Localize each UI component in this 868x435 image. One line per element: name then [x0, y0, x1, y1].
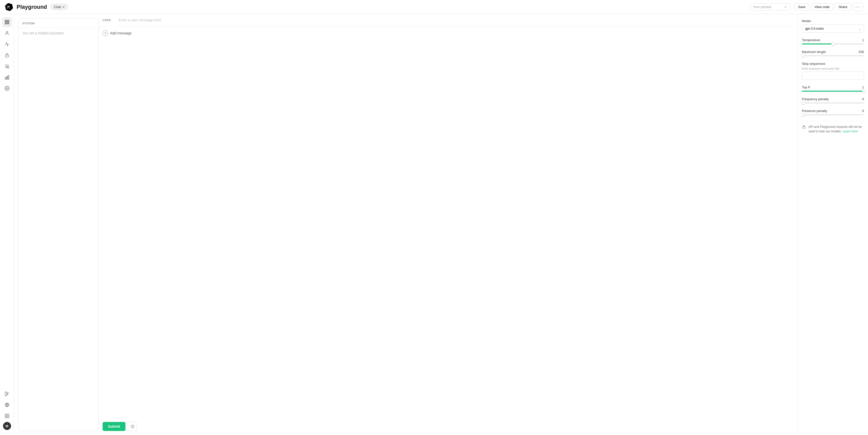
- temperature-label: Temperature: [802, 38, 820, 42]
- top-p-label: Top P: [802, 86, 810, 89]
- svg-rect-5: [5, 55, 8, 57]
- svg-rect-16: [7, 416, 9, 418]
- frequency-value: 0: [862, 97, 864, 101]
- svg-rect-13: [5, 414, 6, 416]
- chat-mode-button[interactable]: Chat: [51, 4, 68, 10]
- svg-rect-1: [7, 20, 9, 22]
- privacy-note: API and Playground requests will not be …: [802, 121, 864, 134]
- sidebar-item-book[interactable]: [2, 389, 12, 399]
- right-panel: Model gpt-3.5-turbo gpt-4 gpt-4-turbo gp…: [798, 14, 868, 435]
- sidebar-item-user[interactable]: [2, 28, 12, 38]
- user-avatar[interactable]: M: [3, 422, 11, 430]
- presence-value: 0: [862, 109, 864, 113]
- model-label: Model: [802, 19, 811, 23]
- sidebar-item-workflow[interactable]: [2, 39, 12, 49]
- system-label: SYSTEM: [18, 18, 98, 28]
- top-p-value: 1: [862, 86, 864, 89]
- max-length-section: Maximum length 256: [802, 50, 864, 56]
- submit-button[interactable]: Submit: [102, 422, 125, 431]
- max-length-slider[interactable]: [802, 55, 864, 56]
- temperature-fill: [802, 43, 833, 44]
- frequency-label: Frequency penalty: [802, 97, 829, 101]
- max-length-thumb[interactable]: [801, 54, 805, 58]
- svg-rect-11: [5, 392, 7, 396]
- svg-rect-2: [5, 23, 6, 24]
- content-area: SYSTEM You are a helpful assistant. USER…: [14, 14, 798, 435]
- presets-chevron-icon: [784, 5, 787, 8]
- more-options-button[interactable]: ···: [852, 3, 863, 11]
- chat-panel: USER Enter a user message here. + Add me…: [99, 14, 798, 435]
- privacy-text: API and Playground requests will not be …: [808, 125, 864, 134]
- svg-rect-3: [7, 23, 9, 24]
- privacy-lock-icon: [802, 125, 806, 130]
- model-section: Model gpt-3.5-turbo gpt-4 gpt-4-turbo gp…: [802, 19, 864, 33]
- sidebar: M: [0, 14, 14, 435]
- sidebar-item-playground[interactable]: [2, 17, 12, 27]
- presence-slider[interactable]: [802, 114, 864, 115]
- page-title: Playground: [17, 4, 47, 10]
- add-message-icon: +: [102, 30, 108, 36]
- system-placeholder-text[interactable]: You are a helpful assistant.: [18, 28, 98, 431]
- presets-dropdown[interactable]: Your presets: [750, 3, 790, 10]
- sidebar-item-globe[interactable]: [2, 400, 12, 410]
- main-layout: M SYSTEM You are a helpful assistant. US…: [0, 14, 868, 435]
- temperature-section: Temperature 1: [802, 38, 864, 44]
- stop-sequences-hint: Enter sequence and press Tab: [802, 67, 864, 70]
- svg-point-4: [6, 31, 8, 33]
- svg-rect-14: [7, 414, 9, 416]
- save-button[interactable]: Save: [794, 3, 809, 10]
- add-message-label: Add message: [110, 31, 132, 35]
- system-panel: SYSTEM You are a helpful assistant.: [18, 18, 99, 431]
- user-message-input[interactable]: Enter a user message here.: [119, 18, 794, 22]
- svg-point-10: [6, 88, 7, 89]
- sidebar-item-chart[interactable]: [2, 72, 12, 82]
- presence-label: Presence penalty: [802, 109, 827, 113]
- svg-rect-15: [5, 416, 6, 418]
- svg-rect-7: [5, 77, 6, 79]
- model-select-wrapper[interactable]: gpt-3.5-turbo gpt-4 gpt-4-turbo gpt-3.5-…: [802, 24, 864, 33]
- frequency-slider[interactable]: [802, 102, 864, 103]
- chevron-down-icon: [62, 5, 65, 8]
- user-label: USER: [102, 18, 115, 22]
- history-button[interactable]: [128, 422, 137, 431]
- header: Playground Chat Your presets Save View c…: [0, 0, 868, 14]
- top-p-thumb[interactable]: [862, 90, 866, 93]
- stop-sequences-label: Stop sequences: [802, 62, 825, 66]
- chat-actions: Submit: [102, 419, 794, 431]
- frequency-section: Frequency penalty 0: [802, 97, 864, 103]
- presence-thumb[interactable]: [802, 113, 805, 116]
- top-p-fill: [802, 91, 864, 92]
- presets-label: Your presets: [753, 5, 772, 9]
- privacy-learn-more-link[interactable]: Learn more: [842, 130, 858, 133]
- max-length-value: 256: [859, 50, 864, 54]
- sidebar-item-lock[interactable]: [2, 50, 12, 60]
- svg-rect-8: [6, 76, 7, 79]
- svg-rect-0: [5, 20, 6, 22]
- temperature-slider[interactable]: [802, 43, 864, 44]
- logo-icon[interactable]: [5, 3, 13, 11]
- model-select[interactable]: gpt-3.5-turbo gpt-4 gpt-4-turbo gpt-3.5-…: [802, 24, 864, 33]
- top-p-slider[interactable]: [802, 91, 864, 92]
- share-button[interactable]: Share: [835, 3, 851, 10]
- user-message-row: USER Enter a user message here.: [102, 18, 794, 26]
- sidebar-item-settings[interactable]: [2, 83, 12, 93]
- svg-rect-6: [7, 67, 9, 68]
- sidebar-item-files[interactable]: [2, 61, 12, 71]
- history-icon: [130, 425, 134, 429]
- frequency-thumb[interactable]: [802, 101, 805, 105]
- svg-rect-9: [8, 76, 9, 79]
- top-p-section: Top P 1: [802, 86, 864, 92]
- sidebar-item-apps[interactable]: [2, 411, 12, 421]
- presence-section: Presence penalty 0: [802, 109, 864, 115]
- stop-sequences-section: Stop sequences Enter sequence and press …: [802, 62, 864, 80]
- temperature-thumb[interactable]: [831, 42, 835, 46]
- svg-rect-17: [803, 127, 805, 128]
- max-length-label: Maximum length: [802, 50, 826, 54]
- add-message-button[interactable]: + Add message: [102, 26, 794, 40]
- stop-sequences-input[interactable]: [802, 72, 864, 80]
- temperature-value: 1: [862, 38, 864, 42]
- view-code-button[interactable]: View code: [811, 3, 833, 10]
- chat-mode-label: Chat: [54, 5, 61, 9]
